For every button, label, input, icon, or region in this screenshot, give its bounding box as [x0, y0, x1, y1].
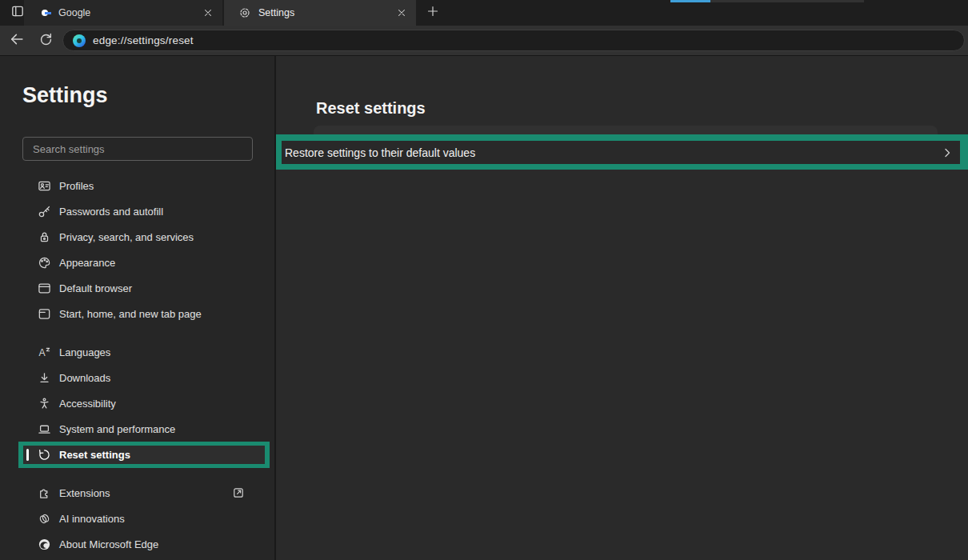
back-arrow-icon — [9, 31, 25, 50]
selection-indicator — [26, 449, 29, 461]
laptop-icon — [37, 422, 51, 436]
sidebar-item-label: About Microsoft Edge — [59, 538, 158, 550]
restore-settings-row[interactable]: Restore settings to their default values — [282, 141, 960, 164]
gear-icon — [238, 6, 251, 19]
sidebar-item-start-home-newtab[interactable]: Start, home, and new tab page — [22, 301, 254, 326]
sidebar-item-label: Privacy, search, and services — [59, 231, 194, 243]
search-settings-input[interactable] — [22, 137, 253, 161]
annotation-highlight-sidebar: Reset settings — [18, 442, 270, 468]
palette-icon — [37, 255, 51, 270]
url-text: edge://settings/reset — [93, 34, 194, 46]
plus-icon — [426, 5, 439, 21]
sidebar-item-downloads[interactable]: Downloads — [22, 365, 254, 390]
tab-actions-icon — [10, 4, 25, 22]
translate-icon: A — [37, 345, 51, 359]
sidebar-item-label: Passwords and autofill — [59, 206, 163, 218]
edge-logo-icon — [37, 537, 51, 551]
annotation-highlight-main: Restore settings to their default values — [276, 134, 968, 170]
sidebar-item-system-performance[interactable]: System and performance — [22, 416, 254, 442]
page-title: Reset settings — [316, 99, 426, 118]
restore-settings-label: Restore settings to their default values — [285, 146, 475, 159]
refresh-icon — [38, 32, 54, 50]
close-tab-icon[interactable] — [201, 6, 215, 20]
refresh-button[interactable] — [35, 31, 56, 50]
tab-title: Settings — [258, 7, 394, 18]
window-edge-artifact-blue — [670, 0, 710, 2]
profiles-icon — [37, 178, 51, 193]
sidebar-item-label: Reset settings — [59, 449, 130, 461]
tab-title: Google — [58, 7, 201, 18]
sidebar-item-label: Appearance — [59, 257, 115, 269]
sidebar-item-reset-settings[interactable]: Reset settings — [23, 446, 265, 464]
sidebar-item-label: Languages — [59, 346, 110, 358]
svg-text:A: A — [38, 347, 46, 358]
sidebar-item-label: Downloads — [59, 372, 110, 384]
copilot-icon — [37, 511, 51, 526]
sidebar-item-privacy[interactable]: Privacy, search, and services — [22, 224, 254, 250]
back-button[interactable] — [6, 31, 27, 50]
key-icon — [37, 204, 51, 218]
toolbar: edge://settings/reset — [0, 26, 968, 56]
chevron-right-icon — [941, 146, 954, 159]
sidebar-item-default-browser[interactable]: Default browser — [22, 275, 254, 301]
address-bar[interactable]: edge://settings/reset — [62, 30, 965, 51]
settings-main-panel: Reset settings Restore settings to their… — [276, 56, 968, 560]
tab-strip: Google Settings — [0, 0, 968, 26]
sidebar-item-passwords[interactable]: Passwords and autofill — [22, 198, 254, 224]
download-icon — [37, 370, 51, 385]
edge-favicon — [73, 34, 86, 47]
sidebar-item-label: Extensions — [59, 487, 110, 499]
tab-google[interactable]: Google — [24, 0, 222, 26]
sidebar-item-appearance[interactable]: Appearance — [22, 250, 254, 275]
reset-icon — [37, 448, 51, 462]
sidebar-item-label: Accessibility — [59, 398, 116, 410]
sidebar-item-languages[interactable]: A Languages — [22, 339, 254, 365]
sidebar-item-label: Profiles — [59, 180, 94, 192]
sidebar-item-ai-innovations[interactable]: AI innovations — [22, 506, 254, 531]
window-edge-artifact-grey — [710, 0, 864, 2]
browser-window: Google Settings — [0, 0, 968, 560]
sidebar-item-about-edge[interactable]: About Microsoft Edge — [22, 531, 254, 557]
puzzle-icon — [37, 486, 51, 500]
start-page-icon — [37, 306, 51, 321]
external-link-icon — [232, 486, 245, 499]
settings-sidebar: Settings Profiles Passwords and autofill — [0, 56, 274, 560]
tab-settings[interactable]: Settings — [224, 0, 416, 26]
sidebar-item-accessibility[interactable]: Accessibility — [22, 390, 254, 416]
google-favicon — [38, 6, 51, 19]
browser-window-icon — [37, 281, 51, 295]
sidebar-title: Settings — [22, 83, 108, 108]
sidebar-item-label: Default browser — [59, 282, 132, 294]
lock-icon — [37, 230, 51, 244]
sidebar-item-profiles[interactable]: Profiles — [22, 173, 254, 198]
sidebar-item-label: Start, home, and new tab page — [59, 308, 202, 320]
sidebar-item-extensions[interactable]: Extensions — [22, 480, 254, 506]
sidebar-item-label: System and performance — [59, 423, 175, 435]
accessibility-icon — [37, 396, 51, 410]
close-tab-icon[interactable] — [394, 6, 409, 20]
sidebar-item-label: AI innovations — [59, 513, 125, 525]
new-tab-button[interactable] — [422, 3, 443, 22]
